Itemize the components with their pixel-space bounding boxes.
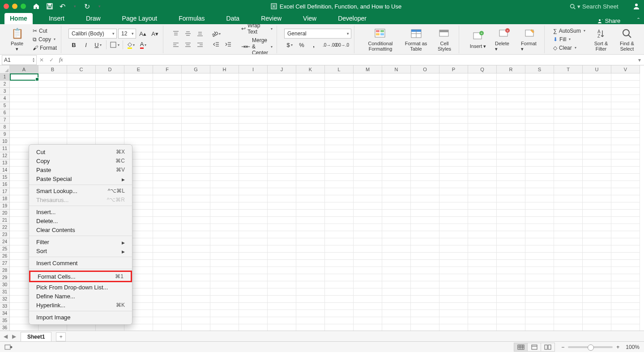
col-header-B[interactable]: B xyxy=(38,65,67,73)
cell[interactable] xyxy=(411,260,439,267)
cell[interactable] xyxy=(497,116,525,124)
cell[interactable] xyxy=(296,95,325,102)
cell[interactable] xyxy=(153,310,182,317)
cell[interactable] xyxy=(468,210,497,217)
ctx-define-name[interactable]: Define Name... xyxy=(29,292,132,301)
cell[interactable] xyxy=(182,202,210,210)
cell[interactable] xyxy=(354,109,382,116)
cell[interactable] xyxy=(182,296,210,303)
cell[interactable] xyxy=(382,267,411,274)
cell[interactable] xyxy=(325,159,354,167)
row-header-25[interactable]: 25 xyxy=(0,245,10,253)
cell[interactable] xyxy=(153,260,182,267)
row-header-4[interactable]: 4 xyxy=(0,95,10,102)
cell[interactable] xyxy=(325,224,354,231)
row-headers[interactable]: 1234567891011121314151617181920212223242… xyxy=(0,73,10,331)
cell[interactable] xyxy=(182,181,210,188)
cell[interactable] xyxy=(153,181,182,188)
cell[interactable] xyxy=(354,245,382,253)
cell[interactable] xyxy=(497,131,525,138)
cell[interactable] xyxy=(554,274,583,281)
cell[interactable] xyxy=(210,109,239,116)
align-center-icon[interactable] xyxy=(183,40,193,50)
cell[interactable] xyxy=(382,202,411,210)
cell[interactable] xyxy=(611,145,640,152)
cell[interactable] xyxy=(296,210,325,217)
cell[interactable] xyxy=(210,181,239,188)
cell[interactable] xyxy=(525,217,554,224)
cell[interactable] xyxy=(10,116,38,124)
cell[interactable] xyxy=(439,181,468,188)
ctx-smart-lookup[interactable]: Smart Lookup...^⌥⌘L xyxy=(29,186,132,195)
zoom-out-icon[interactable]: − xyxy=(561,344,564,350)
cell[interactable] xyxy=(325,260,354,267)
cell[interactable] xyxy=(468,217,497,224)
cell[interactable] xyxy=(554,281,583,288)
cell[interactable] xyxy=(96,124,124,131)
cell[interactable] xyxy=(239,288,268,296)
cell[interactable] xyxy=(153,124,182,131)
cell[interactable] xyxy=(210,88,239,95)
cell[interactable] xyxy=(239,167,268,174)
cell[interactable] xyxy=(554,116,583,124)
increase-decimal-icon[interactable]: .0→.00 xyxy=(324,40,335,50)
cell[interactable] xyxy=(296,88,325,95)
row-header-10[interactable]: 10 xyxy=(0,138,10,145)
cell[interactable] xyxy=(439,174,468,181)
cell[interactable] xyxy=(411,210,439,217)
cell[interactable] xyxy=(239,159,268,167)
cell[interactable] xyxy=(268,217,296,224)
row-header-31[interactable]: 31 xyxy=(0,288,10,296)
cell[interactable] xyxy=(268,145,296,152)
cell[interactable] xyxy=(439,224,468,231)
cell[interactable] xyxy=(124,131,153,138)
cell[interactable] xyxy=(239,181,268,188)
cell[interactable] xyxy=(497,145,525,152)
col-header-S[interactable]: S xyxy=(525,65,554,73)
cell[interactable] xyxy=(611,88,640,95)
cell[interactable] xyxy=(182,73,210,81)
cell[interactable] xyxy=(124,102,153,109)
font-size-select[interactable]: 12 xyxy=(118,29,136,39)
cell[interactable] xyxy=(153,116,182,124)
cell[interactable] xyxy=(611,188,640,195)
cell[interactable] xyxy=(153,188,182,195)
cell[interactable] xyxy=(182,145,210,152)
cell[interactable] xyxy=(611,224,640,231)
cell[interactable] xyxy=(525,138,554,145)
cell[interactable] xyxy=(611,303,640,310)
cell[interactable] xyxy=(411,217,439,224)
cell[interactable] xyxy=(153,131,182,138)
cell[interactable] xyxy=(296,181,325,188)
col-header-E[interactable]: E xyxy=(124,65,153,73)
cell[interactable] xyxy=(354,138,382,145)
cell[interactable] xyxy=(468,95,497,102)
tab-insert[interactable]: Insert xyxy=(43,13,70,24)
cell[interactable] xyxy=(497,296,525,303)
cell[interactable] xyxy=(124,116,153,124)
cell[interactable] xyxy=(439,145,468,152)
cell[interactable] xyxy=(296,224,325,231)
cell[interactable] xyxy=(296,102,325,109)
cell[interactable] xyxy=(268,116,296,124)
maximize-window-icon[interactable] xyxy=(21,4,26,9)
row-header-35[interactable]: 35 xyxy=(0,317,10,324)
paste-button[interactable]: 📋 Paste▾ xyxy=(5,26,29,53)
cell[interactable] xyxy=(153,159,182,167)
cell[interactable] xyxy=(354,95,382,102)
cell[interactable] xyxy=(210,317,239,324)
cell[interactable] xyxy=(239,102,268,109)
increase-indent-icon[interactable] xyxy=(223,40,234,50)
cell[interactable] xyxy=(296,138,325,145)
cell[interactable] xyxy=(554,303,583,310)
formula-input[interactable] xyxy=(66,55,635,65)
cell[interactable] xyxy=(468,281,497,288)
cell[interactable] xyxy=(439,109,468,116)
cell[interactable] xyxy=(382,188,411,195)
cell[interactable] xyxy=(411,116,439,124)
cell[interactable] xyxy=(554,231,583,238)
cell[interactable] xyxy=(182,210,210,217)
cell[interactable] xyxy=(153,202,182,210)
decrease-font-icon[interactable]: A▾ xyxy=(149,29,160,39)
cell[interactable] xyxy=(611,181,640,188)
